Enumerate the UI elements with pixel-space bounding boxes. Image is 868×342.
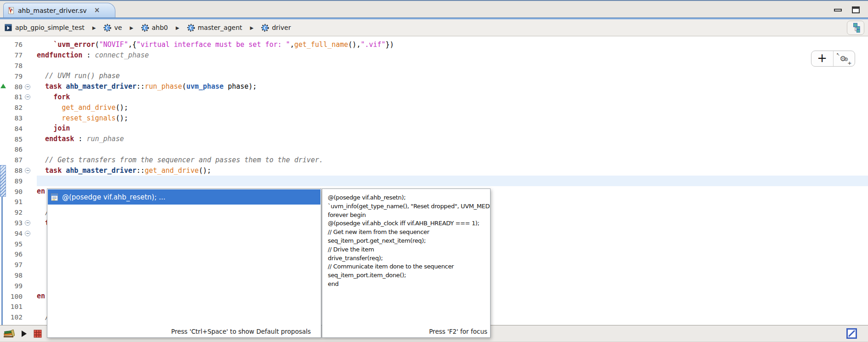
line-number: 79 <box>6 73 25 80</box>
sv-file-icon <box>7 7 15 14</box>
code-line-85[interactable]: 85 endtask : run_phase <box>0 134 868 144</box>
annotation-ruler-cell <box>0 61 6 71</box>
line-number: 76 <box>6 41 25 48</box>
line-number: 85 <box>6 136 25 143</box>
show-hierarchy-button[interactable] <box>847 21 864 35</box>
code-line-83[interactable]: 83 reset_signals(); <box>0 113 868 124</box>
module-icon <box>5 24 12 31</box>
line-number: 99 <box>6 282 25 290</box>
annotation-ruler-cell <box>0 228 6 239</box>
code-line-81[interactable]: 81− fork <box>0 92 868 103</box>
breadcrumb-item-ahb0[interactable]: Cahb0 <box>141 24 168 32</box>
code-line-88[interactable]: 88− task ahb_master_driver::get_and_driv… <box>0 165 868 176</box>
code-line-78[interactable]: 78 <box>0 61 868 71</box>
fold-ruler-cell: − <box>25 220 33 226</box>
line-number: 82 <box>6 104 25 111</box>
annotation-ruler-cell <box>0 280 6 291</box>
breadcrumb-separator-icon: ▶ <box>92 25 96 30</box>
breadcrumb-label: driver <box>272 24 291 31</box>
editor-overlay-toolbar: + ↖⚙⚙+ <box>811 51 855 67</box>
breadcrumb-item-ve[interactable]: Cve <box>103 24 122 32</box>
maximize-view-icon[interactable] <box>852 6 860 13</box>
code-text: // UVM run() phase <box>33 71 868 81</box>
line-number: 98 <box>6 272 25 279</box>
code-line-86[interactable]: 86 <box>0 144 868 155</box>
class-icon: C <box>261 24 269 32</box>
minimize-view-icon[interactable] <box>834 9 842 11</box>
run-icon[interactable] <box>22 331 27 337</box>
content-assist-popup: @(posedge vif.ahb_resetn); ... Press 'Ct… <box>47 188 321 338</box>
code-line-76[interactable]: 76 `uvm_error("NOVIF",{"virtual interfac… <box>0 40 868 50</box>
annotation-ruler-cell <box>0 291 6 302</box>
annotation-ruler-cell <box>0 40 6 50</box>
code-line-77[interactable]: 77endfunction : connect_phase <box>0 50 868 61</box>
line-number: 91 <box>6 198 25 205</box>
template-proposal-icon <box>51 194 58 201</box>
code-line-79[interactable]: 79 // UVM run() phase <box>0 71 868 81</box>
add-button[interactable]: + <box>811 51 833 66</box>
line-number: 78 <box>6 62 25 69</box>
class-icon: C <box>141 24 149 32</box>
svg-text:C: C <box>143 25 147 30</box>
breadcrumb-item-apb_gpio_simple_test[interactable]: apb_gpio_simple_test <box>15 24 85 31</box>
annotation-ruler-cell <box>0 270 6 281</box>
tab-close-icon[interactable]: × <box>94 7 100 14</box>
tab-bar: ahb_master_driver.sv × <box>0 2 868 17</box>
collapse-icon[interactable]: − <box>25 84 30 90</box>
svg-text:C: C <box>106 25 109 30</box>
code-line-80[interactable]: 80− task ahb_master_driver::run_phase(uv… <box>0 81 868 92</box>
line-number: 77 <box>6 51 25 59</box>
breadcrumb-label: master_agent <box>198 24 242 31</box>
restore-view-icon[interactable] <box>846 328 857 339</box>
plus-icon: + <box>817 51 827 65</box>
range-indicator-line <box>1 197 3 325</box>
settings-button[interactable]: ↖⚙⚙+ <box>833 51 855 66</box>
annotation-ruler-cell <box>0 92 6 103</box>
line-number: 81 <box>6 93 25 101</box>
fold-ruler-cell: − <box>25 168 33 173</box>
preview-code-line: drive_transfer(req); <box>328 254 490 263</box>
code-line-82[interactable]: 82 get_and_drive(); <box>0 103 868 113</box>
code-line-84[interactable]: 84 join <box>0 123 868 134</box>
breadcrumb-item-driver[interactable]: Cdriver <box>261 24 291 32</box>
tab-ahb-master-driver[interactable]: ahb_master_driver.sv × <box>3 3 115 17</box>
code-text: `uvm_error("NOVIF",{"virtual interface m… <box>33 40 868 50</box>
code-text: task ahb_master_driver::run_phase(uvm_ph… <box>33 81 868 92</box>
preview-code-line: forever begin <box>328 211 490 220</box>
annotation-ruler-cell <box>0 239 6 249</box>
collapse-icon[interactable]: − <box>25 94 30 100</box>
annotation-ruler-cell <box>0 218 6 228</box>
proposal-item-selected[interactable]: @(posedge vif.ahb_resetn); ... <box>48 189 320 205</box>
annotation-ruler-cell <box>0 113 6 124</box>
content-assist-hint: Press 'Ctrl+Space' to show Default propo… <box>171 328 311 335</box>
line-number: 83 <box>6 114 25 122</box>
annotation-ruler-cell <box>0 207 6 218</box>
collapse-icon[interactable]: − <box>25 231 30 236</box>
preview-code-line: end <box>328 280 490 289</box>
code-text: endfunction : connect_phase <box>33 50 868 61</box>
editor-window: ahb_master_driver.sv × apb_gpio_simple_t… <box>0 0 868 342</box>
proposal-label: @(posedge vif.ahb_resetn); ... <box>62 193 166 201</box>
proposal-preview-popup: @(posedge vif.ahb_resetn);`uvm_info(get_… <box>322 188 491 338</box>
line-number: 102 <box>6 314 25 321</box>
annotation-ruler-cell <box>0 260 6 270</box>
fold-ruler-cell: − <box>25 231 33 236</box>
fold-ruler-cell: − <box>25 84 33 90</box>
range-indicator <box>0 165 6 197</box>
occurrence-marker-icon[interactable] <box>0 84 6 88</box>
code-line-89[interactable]: 89 <box>0 176 868 186</box>
collapse-icon[interactable]: − <box>25 220 30 226</box>
collapse-icon[interactable]: − <box>25 168 30 173</box>
tab-title: ahb_master_driver.sv <box>18 7 87 14</box>
annotation-ruler-cell <box>0 144 6 155</box>
breadcrumb-item-master_agent[interactable]: Cmaster_agent <box>187 24 242 32</box>
line-number: 92 <box>6 209 25 216</box>
code-text: // Gets transfers from the sequencer and… <box>33 155 868 165</box>
annotation-ruler-cell <box>0 312 6 323</box>
code-line-87[interactable]: 87 // Gets transfers from the sequencer … <box>0 155 868 165</box>
coverage-grid-icon[interactable] <box>34 330 42 338</box>
breadcrumb-label: apb_gpio_simple_test <box>15 24 85 31</box>
line-number: 96 <box>6 251 25 258</box>
preview-code-line: @(posedge vif.ahb_clock iff vif.AHB_HREA… <box>328 219 490 228</box>
library-icon[interactable] <box>4 329 15 338</box>
